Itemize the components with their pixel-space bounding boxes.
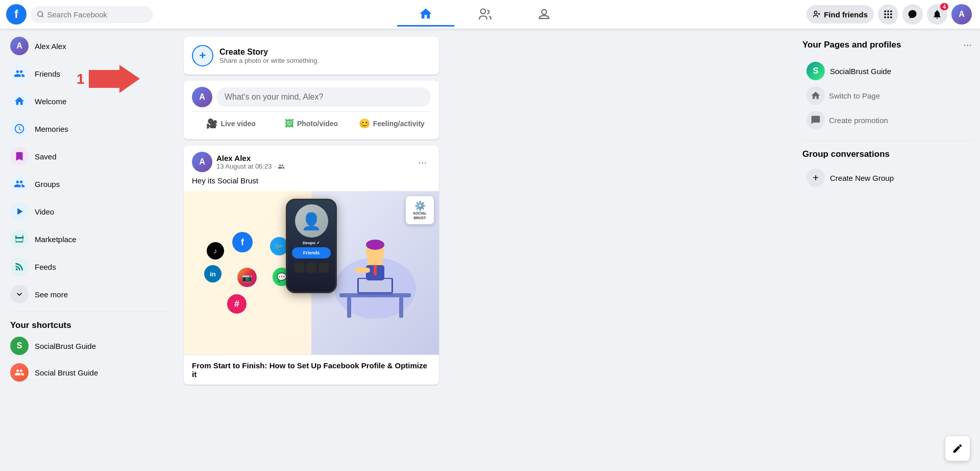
svg-rect-19 (347, 297, 351, 318)
svg-rect-29 (355, 268, 370, 273)
create-group-plus-icon: + (806, 169, 825, 187)
post-author-name: Alex Alex (216, 154, 285, 162)
linkedin-bubble: in (204, 265, 222, 282)
create-promotion-label: Create promotion (829, 116, 888, 125)
search-icon (37, 10, 44, 18)
messenger-button[interactable] (902, 4, 923, 25)
nav-center (163, 2, 806, 27)
svg-rect-15 (890, 16, 892, 18)
create-promotion-icon (806, 111, 825, 129)
post-user-details: Alex Alex 13 August at 06:23 · (216, 154, 285, 170)
svg-rect-12 (890, 13, 892, 15)
sidebar-item-marketplace[interactable]: Marketplace (4, 226, 180, 252)
svg-rect-8 (887, 11, 889, 12)
shortcut-social-brust-icon (10, 363, 29, 382)
right-divider (802, 140, 974, 141)
sidebar-item-memories[interactable]: Memories (4, 115, 180, 142)
shortcut-social-brust-label: Social Brust Guide (35, 368, 98, 377)
create-promotion-action[interactable]: Create promotion (802, 108, 974, 132)
sidebar-item-video[interactable]: Video (4, 198, 180, 225)
search-input[interactable] (47, 10, 147, 19)
svg-rect-13 (885, 16, 886, 18)
right-pages-more-button[interactable]: ··· (961, 37, 974, 53)
composer-input-button[interactable]: What's on your mind, Alex? (216, 87, 431, 107)
svg-point-2 (481, 9, 485, 14)
annotation-arrow (89, 65, 140, 93)
post-text-content: Hey its Social Brust (184, 172, 439, 191)
svg-rect-22 (357, 293, 393, 295)
feed-content: + Create Story Share a photo or write so… (184, 37, 439, 385)
feeling-button[interactable]: 😊 Feeling/activity (353, 114, 431, 133)
top-navigation: f Find frie (0, 0, 980, 29)
post-meta: 13 August at 06:23 · (216, 162, 285, 170)
find-friends-button[interactable]: Find friends (806, 5, 874, 23)
nav-friends-button[interactable] (456, 2, 513, 27)
nav-home-button[interactable] (397, 2, 454, 27)
user-avatar[interactable]: A (951, 4, 972, 25)
svg-line-1 (42, 16, 43, 17)
svg-rect-14 (887, 16, 889, 18)
live-video-button[interactable]: 🎥 Live video (192, 114, 270, 133)
sidebar-user-avatar: A (10, 37, 29, 55)
live-video-icon: 🎥 (206, 118, 217, 129)
post-more-button[interactable]: ··· (414, 154, 431, 170)
feeling-label: Feeling/activity (373, 120, 425, 128)
sidebar-item-groups[interactable]: Groups (4, 171, 180, 197)
svg-rect-7 (885, 11, 886, 12)
svg-rect-20 (399, 297, 403, 318)
photo-video-button[interactable]: 🖼 Photo/video (272, 114, 350, 133)
post-composer: A What's on your mind, Alex? 🎥 Live vide… (184, 81, 439, 139)
page-layout: A Alex Alex Friends Welcome (0, 0, 980, 471)
svg-rect-23 (359, 279, 391, 292)
photo-video-label: Photo/video (297, 120, 338, 128)
sidebar-item-saved[interactable]: Saved (4, 143, 180, 170)
friends-icon (10, 64, 29, 83)
feeling-icon: 😊 (359, 118, 370, 129)
switch-to-page-action[interactable]: Switch to Page (802, 83, 974, 108)
photo-video-icon: 🖼 (285, 119, 294, 129)
sidebar-welcome-label: Welcome (35, 97, 66, 106)
sidebar-item-see-more[interactable]: See more (4, 281, 180, 308)
page-icon-socialbrust: S (806, 62, 825, 80)
phone-name: Deopo ✓ (303, 241, 320, 245)
page-item-socialbrust[interactable]: S SocialBrust Guide (802, 59, 974, 83)
post-image-area: f ♪ 🐦 in 📷 💬 (184, 191, 439, 355)
notifications-button[interactable]: 4 (927, 4, 947, 25)
phone-face: 👤 (295, 204, 328, 238)
shortcut-item-social-brust[interactable]: Social Brust Guide (4, 359, 180, 386)
floating-compose-button[interactable] (945, 436, 970, 461)
sidebar-memories-label: Memories (35, 125, 68, 133)
marketplace-icon (10, 230, 29, 248)
social-icons-cluster: f ♪ 🐦 in 📷 💬 (202, 227, 293, 319)
watermark: ⚙️ SOCIALBRUST (406, 196, 434, 224)
svg-point-3 (542, 10, 546, 14)
shortcuts-section-title: Your shortcuts (4, 316, 180, 333)
phone-icons-row (294, 263, 329, 273)
shortcut-item-socialbrust[interactable]: S SocialBrust Guide (4, 333, 180, 359)
svg-point-0 (38, 12, 43, 17)
create-new-group-button[interactable]: + Create New Group (802, 166, 974, 190)
nav-right: Find friends 4 A (806, 4, 980, 25)
grid-menu-button[interactable] (878, 4, 898, 25)
facebook-logo[interactable]: f (6, 4, 27, 25)
sidebar-user-name: Alex Alex (35, 42, 66, 51)
sidebar-item-user[interactable]: A Alex Alex (4, 33, 180, 59)
instagram-bubble: 📷 (237, 268, 257, 287)
svg-rect-28 (374, 265, 377, 275)
sidebar-item-feeds[interactable]: Feeds (4, 253, 180, 280)
create-story-card: + Create Story Share a photo or write so… (184, 37, 439, 75)
watermark-text: SOCIALBRUST (413, 211, 426, 220)
sidebar-divider-1 (10, 312, 174, 312)
create-story-button[interactable]: + Create Story Share a photo or write so… (184, 37, 439, 75)
search-bar[interactable] (31, 6, 153, 23)
switch-to-page-label: Switch to Page (829, 91, 880, 100)
phone-screen: 👤 Deopo ✓ Friends (287, 200, 335, 292)
svg-marker-16 (89, 65, 140, 93)
sidebar-friends-label: Friends (35, 69, 60, 78)
post-date: 13 August at 06:23 (216, 162, 272, 170)
nav-profile-button[interactable] (516, 2, 573, 27)
create-story-title: Create Story (219, 48, 319, 57)
right-pages-title-text: Your Pages and profiles (802, 40, 901, 50)
nav-left: f (0, 4, 163, 25)
memories-icon (10, 120, 29, 138)
